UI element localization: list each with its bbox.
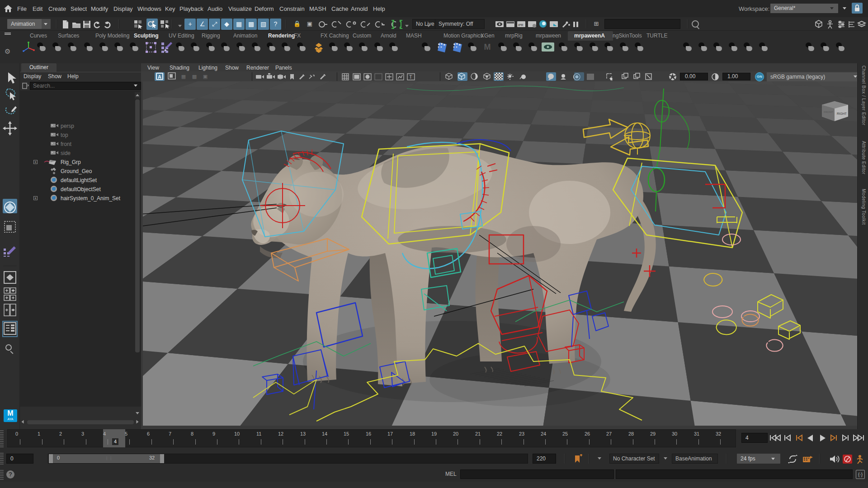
svg-text:IPR: IPR [518, 23, 524, 27]
svg-text:RIGHT: RIGHT [837, 112, 847, 115]
svg-text:FRONT: FRONT [824, 111, 833, 113]
svg-text:T: T [409, 74, 412, 80]
